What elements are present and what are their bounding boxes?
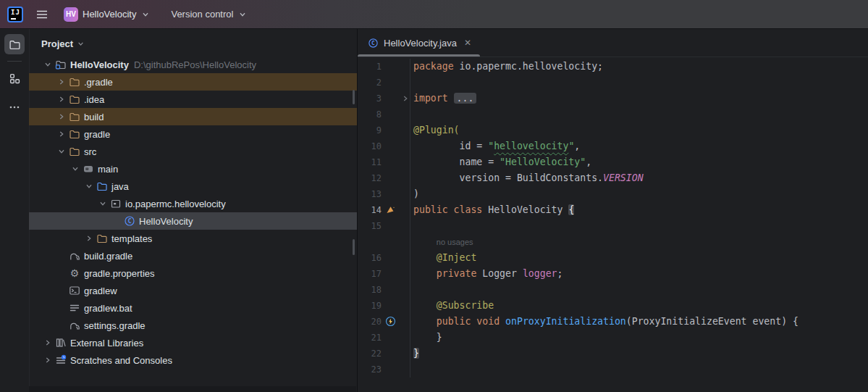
chevron-down-icon[interactable] bbox=[69, 163, 82, 175]
code-text[interactable]: version = BuildConstants.VERSION bbox=[410, 170, 868, 186]
token-pl: , bbox=[574, 141, 580, 151]
project-scrollbar-thumb[interactable] bbox=[353, 90, 355, 104]
main-toolbar: IJ HV HelloVelocity Version control bbox=[0, 0, 868, 29]
code-text[interactable]: public class HelloVelocity { bbox=[410, 202, 868, 218]
tree-item-io-papermc-hellovelocity[interactable]: io.papermc.hellovelocity bbox=[29, 195, 357, 212]
code-text[interactable]: @Inject bbox=[410, 250, 868, 266]
chevron-down-icon[interactable] bbox=[55, 146, 68, 157]
tree-item-gradle-properties[interactable]: ⚙gradle.properties bbox=[29, 264, 357, 282]
code-text[interactable]: no usages bbox=[410, 234, 868, 250]
code-line-19: 19 @Subscribe bbox=[358, 298, 868, 314]
code-line-14: 14public class HelloVelocity { bbox=[358, 202, 868, 218]
code-text[interactable]: id = "hellovelocity", bbox=[410, 138, 868, 154]
chevron-down-icon[interactable] bbox=[83, 180, 96, 192]
project-scrollbar-thumb[interactable] bbox=[353, 239, 355, 255]
chevron-right-icon[interactable] bbox=[55, 128, 68, 140]
tree-item-gradle[interactable]: gradle bbox=[29, 125, 357, 143]
tree-item-hellovelocity[interactable]: HelloVelocityD:\githubRePos\HelloVelocit… bbox=[29, 56, 357, 73]
tree-item-external-libraries[interactable]: External Libraries bbox=[29, 334, 357, 351]
tree-item--idea[interactable]: .idea bbox=[29, 91, 357, 108]
code-line-11: 11 name = "HelloVelocity", bbox=[358, 154, 868, 170]
code-text[interactable] bbox=[410, 218, 868, 234]
tree-item-gradlew[interactable]: gradlew bbox=[29, 282, 357, 299]
project-view-selector[interactable]: Project bbox=[29, 29, 357, 56]
gutter bbox=[382, 250, 410, 266]
code-text[interactable]: @Plugin( bbox=[410, 122, 868, 138]
editor-area: C HelloVelocity.java ✕ 1package io.paper… bbox=[358, 29, 868, 392]
token-kw: public class bbox=[413, 204, 482, 215]
token-pl: } bbox=[413, 332, 442, 343]
token-pl bbox=[500, 316, 505, 327]
chevron-spacer bbox=[55, 267, 68, 279]
chevron-right-icon[interactable] bbox=[41, 354, 54, 366]
line-number: 8 bbox=[358, 107, 382, 122]
structure-tool-window-button[interactable] bbox=[4, 68, 25, 88]
editor-tab-hellovelocity-java[interactable]: C HelloVelocity.java ✕ bbox=[358, 29, 480, 57]
code-text[interactable]: private Logger logger; bbox=[410, 266, 868, 282]
code-text[interactable]: import ... bbox=[410, 91, 868, 107]
tree-item-src[interactable]: src bbox=[29, 143, 357, 160]
code-text[interactable] bbox=[410, 362, 868, 378]
chevron-right-icon[interactable] bbox=[55, 111, 68, 122]
structure-icon bbox=[9, 72, 21, 85]
tree-item-build[interactable]: build bbox=[29, 108, 357, 125]
gutter bbox=[382, 282, 410, 298]
chevron-right-icon[interactable] bbox=[41, 337, 54, 349]
code-line-21: 21 } bbox=[358, 330, 868, 346]
class-icon: C bbox=[123, 215, 136, 227]
tree-item-label: gradlew.bat bbox=[84, 303, 132, 314]
folder-icon bbox=[96, 233, 109, 244]
line-number: 16 bbox=[358, 250, 382, 266]
close-icon[interactable]: ✕ bbox=[464, 38, 471, 48]
code-editor[interactable]: 1package io.papermc.hellovelocity;23impo… bbox=[358, 57, 868, 378]
line-number: 23 bbox=[358, 362, 382, 378]
project-icon bbox=[54, 59, 67, 70]
token-pl bbox=[413, 300, 437, 311]
code-text[interactable]: name = "HelloVelocity", bbox=[410, 154, 868, 170]
project-selector[interactable]: HV HelloVelocity bbox=[64, 7, 151, 22]
code-line-2: 2 bbox=[358, 75, 868, 91]
code-text[interactable] bbox=[410, 282, 868, 298]
project-badge: HV bbox=[64, 7, 78, 22]
token-ann: @Plugin( bbox=[413, 125, 460, 135]
tree-item-java[interactable]: java bbox=[29, 178, 357, 195]
tree-item--gradle[interactable]: .gradle bbox=[29, 73, 357, 91]
code-text[interactable]: @Subscribe bbox=[410, 298, 868, 314]
chevron-down-icon[interactable] bbox=[96, 198, 109, 209]
tree-item-templates[interactable]: templates bbox=[29, 230, 357, 247]
tree-item-main[interactable]: main bbox=[29, 160, 357, 178]
token-pl bbox=[413, 252, 437, 263]
token-pl: ) bbox=[413, 188, 419, 199]
more-tool-windows-button[interactable] bbox=[9, 101, 20, 115]
code-text[interactable]: ) bbox=[410, 186, 868, 202]
tree-item-label: .idea bbox=[84, 94, 104, 105]
code-text[interactable]: } bbox=[410, 330, 868, 346]
project-tool-window-button[interactable] bbox=[4, 34, 25, 54]
gutter bbox=[382, 202, 410, 218]
code-text[interactable]: package io.papermc.hellovelocity; bbox=[410, 59, 868, 75]
chevron-right-icon[interactable] bbox=[83, 233, 96, 244]
hamburger-menu-icon[interactable] bbox=[36, 9, 48, 20]
code-text[interactable]: public void onProxyInitialization(ProxyI… bbox=[410, 314, 868, 330]
code-text[interactable] bbox=[410, 107, 868, 122]
gutter bbox=[382, 170, 410, 186]
token-kw: import bbox=[413, 93, 448, 104]
tree-item-scratches-and-consoles[interactable]: Scratches and Consoles bbox=[29, 351, 357, 369]
code-text[interactable]: } bbox=[410, 346, 868, 362]
line-number: 14 bbox=[358, 202, 382, 218]
chevron-right-icon[interactable] bbox=[55, 93, 68, 105]
tree-item-settings-gradle[interactable]: settings.gradle bbox=[29, 317, 357, 334]
token-pl: version = BuildConstants. bbox=[413, 172, 603, 183]
active-tab-indicator bbox=[358, 54, 480, 57]
token-pl: , bbox=[586, 157, 591, 167]
tree-item-build-gradle[interactable]: build.gradle bbox=[29, 247, 357, 264]
code-text[interactable] bbox=[410, 75, 868, 91]
version-control-selector[interactable]: Version control bbox=[171, 9, 248, 20]
tree-item-gradlew-bat[interactable]: gradlew.bat bbox=[29, 299, 357, 317]
code-line-9: 9@Plugin( bbox=[358, 122, 868, 138]
more-icon bbox=[9, 101, 20, 113]
chevron-down-icon[interactable] bbox=[41, 59, 54, 70]
tree-item-hellovelocity[interactable]: CHelloVelocity bbox=[29, 212, 357, 230]
gutter bbox=[382, 107, 410, 122]
chevron-right-icon[interactable] bbox=[55, 76, 68, 88]
